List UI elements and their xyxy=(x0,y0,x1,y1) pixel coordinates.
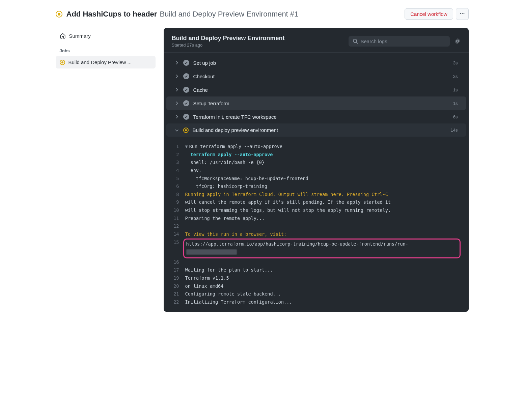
chevron-right-icon xyxy=(174,87,179,92)
log-line: 22Initializing Terraform configuration..… xyxy=(172,298,461,306)
search-icon xyxy=(353,38,358,44)
running-status-icon xyxy=(183,128,189,133)
collapse-icon[interactable]: ▼ xyxy=(185,144,188,149)
home-icon xyxy=(60,33,66,39)
search-logs-box[interactable] xyxy=(349,36,450,47)
log-line: 14To view this run in a browser, visit: xyxy=(172,230,461,239)
chevron-right-icon xyxy=(174,114,179,119)
step-duration: 1s xyxy=(453,87,458,92)
log-line: 4env: xyxy=(172,167,461,175)
log-line: 6tfcOrg: hashicorp-training xyxy=(172,183,461,191)
line-text: terraform apply --auto-approve xyxy=(185,151,461,159)
line-number: 14 xyxy=(172,230,185,239)
step-name: Set up job xyxy=(193,60,449,66)
line-number: 8 xyxy=(172,191,185,199)
line-text: Waiting for the plan to start... xyxy=(185,266,461,274)
title-primary: Add HashiCups to header xyxy=(66,10,157,19)
line-number: 6 xyxy=(172,183,185,191)
line-text: https://app.terraform.io/app/hashicorp-t… xyxy=(185,239,461,258)
line-text: tfcWorkspaceName: hcup-be-update-fronten… xyxy=(185,175,461,183)
svg-point-0 xyxy=(460,13,461,14)
step-row[interactable]: Build and deploy preview environment14s xyxy=(166,123,466,137)
log-line: 9will cancel the remote apply if it's st… xyxy=(172,198,461,206)
check-status-icon xyxy=(183,114,189,120)
check-status-icon xyxy=(183,100,189,106)
log-line: 5tfcWorkspaceName: hcup-be-update-fronte… xyxy=(172,175,461,183)
line-text: Terraform v1.1.5 xyxy=(185,274,461,282)
step-row[interactable]: Terraform Init, create TFC workspace6s xyxy=(166,110,466,123)
step-row[interactable]: Cache1s xyxy=(166,83,466,96)
line-number: 16 xyxy=(172,258,185,267)
workflow-menu-button[interactable] xyxy=(456,8,469,20)
step-name: Cache xyxy=(193,87,449,93)
highlight-annotation: https://app.terraform.io/app/hashicorp-t… xyxy=(183,239,461,258)
cancel-workflow-button[interactable]: Cancel workflow xyxy=(405,8,453,20)
step-duration: 3s xyxy=(453,60,458,65)
log-line: 19Terraform v1.1.5 xyxy=(172,274,461,282)
line-number: 1 xyxy=(172,143,185,151)
log-line: 2terraform apply --auto-approve xyxy=(172,151,461,159)
step-name: Terraform Init, create TFC workspace xyxy=(193,114,449,120)
log-line: 11Preparing the remote apply... xyxy=(172,215,461,223)
line-number: 4 xyxy=(172,167,185,175)
svg-point-2 xyxy=(463,13,464,14)
check-status-icon xyxy=(183,60,189,66)
line-number: 12 xyxy=(172,222,185,230)
line-number: 21 xyxy=(172,290,185,298)
chevron-down-icon xyxy=(174,128,179,133)
check-status-icon xyxy=(183,73,189,79)
running-status-icon xyxy=(56,11,62,18)
line-text: Preparing the remote apply... xyxy=(185,215,461,223)
line-text: Initializing Terraform configuration... xyxy=(185,298,461,306)
step-duration: 2s xyxy=(453,74,458,79)
workflow-title: Add HashiCups to header Build and Deploy… xyxy=(66,10,299,19)
step-row[interactable]: Checkout2s xyxy=(166,69,466,83)
sidebar: Summary Jobs Build and Deploy Preview ..… xyxy=(56,28,156,68)
sidebar-jobs-heading: Jobs xyxy=(56,42,156,56)
line-number: 17 xyxy=(172,266,185,274)
line-number: 10 xyxy=(172,206,185,215)
log-panel-subtitle: Started 27s ago xyxy=(172,43,285,48)
line-number: 22 xyxy=(172,298,185,306)
log-panel: Build and Deploy Preview Environment Sta… xyxy=(164,28,469,312)
log-line: 10will stop streaming the logs, but will… xyxy=(172,206,461,215)
log-line: 20on linux_amd64 xyxy=(172,282,461,290)
svg-point-1 xyxy=(462,13,463,14)
line-number: 19 xyxy=(172,274,185,282)
line-text: will cancel the remote apply if it's sti… xyxy=(185,198,461,206)
line-number: 11 xyxy=(172,215,185,223)
line-text: Running apply in Terraform Cloud. Output… xyxy=(185,191,461,199)
line-text: tfcOrg: hashicorp-training xyxy=(185,183,461,191)
line-text: on linux_amd64 xyxy=(185,282,461,290)
log-line: 12 xyxy=(172,222,461,230)
log-panel-title: Build and Deploy Preview Environment xyxy=(172,35,285,42)
search-logs-input[interactable] xyxy=(361,38,446,44)
log-line: 8Running apply in Terraform Cloud. Outpu… xyxy=(172,191,461,199)
step-name: Setup Terraform xyxy=(193,101,449,106)
gear-icon[interactable] xyxy=(454,38,461,44)
line-number: 20 xyxy=(172,282,185,290)
line-number: 3 xyxy=(172,159,185,167)
step-row[interactable]: Set up job3s xyxy=(166,56,466,69)
line-text: will stop streaming the logs, but will n… xyxy=(185,206,461,215)
line-text: ▼Run terraform apply --auto-approve xyxy=(185,143,461,151)
chevron-right-icon xyxy=(174,101,179,106)
steps-list: Set up job3sCheckout2sCache1sSetup Terra… xyxy=(164,53,469,140)
line-text: env: xyxy=(185,167,461,175)
line-number: 2 xyxy=(172,151,185,159)
log-link[interactable]: https://app.terraform.io/app/hashicorp-t… xyxy=(186,241,408,247)
log-line: 21Configuring remote state backend... xyxy=(172,290,461,298)
line-text: To view this run in a browser, visit: xyxy=(185,230,461,239)
log-line: 16 xyxy=(172,258,461,267)
log-line: 17Waiting for the plan to start... xyxy=(172,266,461,274)
step-name: Checkout xyxy=(193,74,449,79)
chevron-right-icon xyxy=(174,60,179,65)
svg-point-3 xyxy=(353,39,357,43)
sidebar-item-summary[interactable]: Summary xyxy=(56,29,156,42)
redacted-text xyxy=(186,249,237,255)
step-duration: 14s xyxy=(451,128,458,133)
line-text: Configuring remote state backend... xyxy=(185,290,461,298)
chevron-right-icon xyxy=(174,74,179,79)
step-row[interactable]: Setup Terraform1s xyxy=(166,96,466,110)
sidebar-item-job[interactable]: Build and Deploy Preview ... xyxy=(56,56,156,68)
